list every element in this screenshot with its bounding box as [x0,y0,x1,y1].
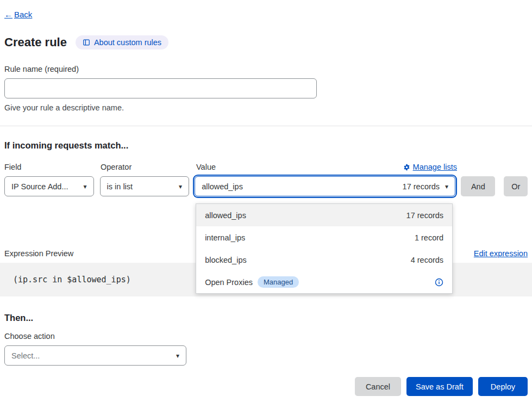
value-select-wrapper: allowed_ips 17 records ▾ allowed_ips 17 … [195,176,455,196]
list-option-meta: 17 records [406,211,444,220]
title-row: Create rule About custom rules [4,35,528,50]
rule-name-help: Give your rule a descriptive name. [4,103,528,112]
list-option-open-proxies[interactable]: Open Proxies Managed [196,271,452,293]
list-option-allowed-ips[interactable]: allowed_ips 17 records [196,204,452,226]
edit-expression-link[interactable]: Edit expression [474,249,528,258]
list-option-meta: 4 records [411,256,443,264]
managed-badge: Managed [258,276,299,288]
save-as-draft-button[interactable]: Save as Draft [406,377,473,396]
about-custom-rules-link[interactable]: About custom rules [76,35,168,50]
action-select[interactable]: Select... ▾ [4,345,186,366]
deploy-button[interactable]: Deploy [478,377,528,396]
rule-name-label: Rule name (required) [4,65,528,73]
info-icon[interactable] [435,278,443,287]
match-section-title: If incoming requests match... [4,140,528,151]
expression-code: (ip.src in $allowed_ips) [13,275,131,285]
back-arrow-icon: ← [4,10,12,19]
operator-column-label: Operator [101,163,196,171]
field-select-value: IP Source Add... [11,182,68,191]
field-select[interactable]: IP Source Add... ▾ [4,176,94,196]
gear-icon [403,164,410,171]
then-section-title: Then... [4,313,528,323]
list-option-name: internal_ips [205,233,245,242]
chevron-down-icon: ▾ [445,183,448,190]
manage-lists-label: Manage lists [413,163,457,171]
list-option-internal-ips[interactable]: internal_ips 1 record [196,226,452,249]
chevron-down-icon: ▾ [179,183,182,190]
about-custom-rules-label: About custom rules [94,38,161,47]
expression-preview-label: Expression Preview [4,249,73,258]
value-dropdown-menu: allowed_ips 17 records internal_ips 1 re… [196,203,453,294]
cancel-button[interactable]: Cancel [355,377,401,396]
footer-actions: Cancel Save as Draft Deploy [4,377,528,396]
value-select-value: allowed_ips [202,182,243,191]
or-button[interactable]: Or [504,176,528,196]
list-option-name: Open Proxies [205,278,253,287]
book-icon [83,39,90,46]
chevron-down-icon: ▾ [176,352,179,360]
operator-select[interactable]: is in list ▾ [100,176,190,196]
create-rule-page: ← Back Create rule About custom rules Ru… [0,0,532,402]
operator-select-value: is in list [107,182,133,191]
and-button[interactable]: And [461,176,495,196]
field-column-label: Field [4,163,101,171]
chevron-down-icon: ▾ [84,183,87,190]
value-column-label: Value [196,163,216,171]
back-link[interactable]: ← Back [4,10,32,19]
choose-action-label: Choose action [4,332,528,341]
list-option-blocked-ips[interactable]: blocked_ips 4 records [196,249,452,271]
value-select[interactable]: allowed_ips 17 records ▾ [195,176,455,196]
action-select-placeholder: Select... [11,351,40,360]
manage-lists-link[interactable]: Manage lists [403,163,457,171]
match-selects-row: IP Source Add... ▾ is in list ▾ allowed_… [4,176,528,196]
divider [0,126,532,126]
list-option-meta: 1 record [415,233,443,242]
match-labels-row: Field Operator Value Manage lists [4,163,457,171]
list-option-name: blocked_ips [205,256,247,264]
list-option-name: allowed_ips [205,211,246,220]
page-title: Create rule [4,35,67,50]
value-select-records: 17 records [403,182,440,191]
back-label: Back [14,10,32,19]
rule-name-input[interactable] [4,78,317,98]
